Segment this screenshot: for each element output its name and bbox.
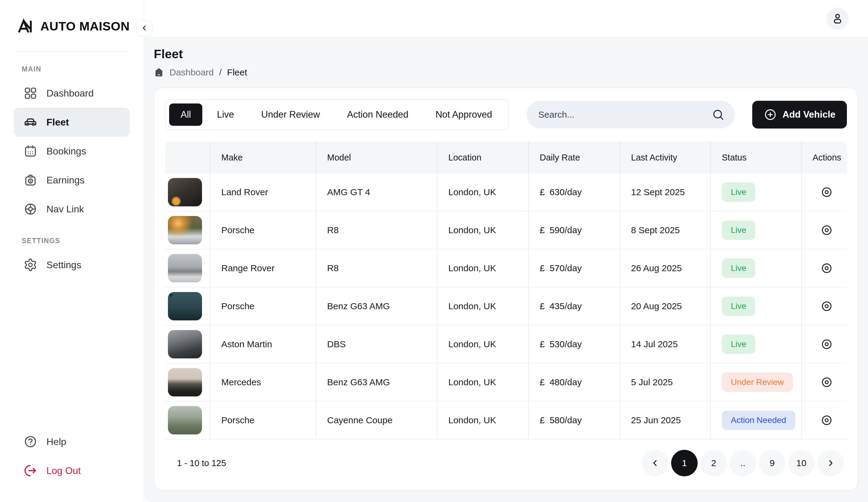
tab-action-needed[interactable]: Action Needed bbox=[334, 103, 421, 126]
sidebar-item-fleet[interactable]: Fleet bbox=[14, 108, 130, 137]
eye-icon bbox=[821, 338, 833, 350]
rate-value: 630/day bbox=[550, 187, 582, 197]
pagination-page-10[interactable]: 10 bbox=[788, 450, 815, 477]
breadcrumb-parent[interactable]: Dashboard bbox=[169, 67, 214, 78]
currency-symbol: £ bbox=[540, 415, 545, 426]
currency-symbol: £ bbox=[540, 187, 545, 197]
sidebar-item-help[interactable]: Help bbox=[14, 427, 130, 456]
table-row[interactable]: Land Rover AMG GT 4 London, UK £630/day … bbox=[165, 173, 847, 212]
sidebar: AUTO MAISON MAIN Dashboard bbox=[0, 0, 144, 502]
sidebar-collapse-button[interactable] bbox=[136, 20, 153, 36]
table-row[interactable]: Porsche Benz G63 AMG London, UK £435/day… bbox=[165, 287, 847, 326]
user-avatar-button[interactable] bbox=[826, 8, 849, 30]
cell-model: R8 bbox=[316, 212, 437, 249]
sidebar-item-label: Nav Link bbox=[46, 204, 84, 215]
main-area: Fleet Dashboard / Fleet All Live bbox=[144, 0, 868, 502]
sidebar-item-nav-link[interactable]: Nav Link bbox=[14, 195, 130, 224]
cell-make: Land Rover bbox=[210, 173, 316, 211]
column-header-actions: Actions bbox=[801, 142, 849, 173]
table-row[interactable]: Range Rover R8 London, UK £570/day 26 Au… bbox=[165, 249, 847, 287]
eye-icon bbox=[821, 262, 833, 274]
sidebar-item-label: Bookings bbox=[46, 146, 86, 157]
column-header-status: Status bbox=[710, 142, 801, 173]
chevron-right-icon bbox=[826, 459, 835, 468]
tab-live[interactable]: Live bbox=[204, 103, 247, 126]
view-vehicle-button[interactable] bbox=[820, 375, 834, 389]
brand-name: AUTO MAISON bbox=[40, 19, 130, 33]
cell-last-activity: 8 Sept 2025 bbox=[620, 212, 710, 249]
content-panel: Fleet Dashboard / Fleet All Live bbox=[144, 38, 868, 502]
currency-symbol: £ bbox=[540, 377, 545, 387]
view-vehicle-button[interactable] bbox=[820, 413, 834, 427]
search-bar bbox=[527, 101, 735, 129]
eye-icon bbox=[821, 224, 833, 236]
tab-all[interactable]: All bbox=[169, 103, 202, 126]
view-vehicle-button[interactable] bbox=[820, 261, 834, 275]
add-vehicle-label: Add Vehicle bbox=[782, 109, 835, 120]
car-icon bbox=[23, 115, 38, 129]
tab-not-approved[interactable]: Not Approved bbox=[423, 103, 505, 126]
add-vehicle-button[interactable]: Add Vehicle bbox=[752, 101, 847, 129]
sidebar-item-dashboard[interactable]: Dashboard bbox=[14, 79, 130, 108]
table-row[interactable]: Porsche Cayenne Coupe London, UK £580/da… bbox=[165, 401, 847, 440]
cell-model: AMG GT 4 bbox=[316, 173, 437, 211]
cell-daily-rate: £435/day bbox=[540, 301, 581, 311]
search-input[interactable] bbox=[538, 110, 712, 120]
table-header-row: Make Model Location Daily Rate Last Acti… bbox=[165, 142, 847, 173]
cell-location: London, UK bbox=[437, 326, 528, 363]
view-vehicle-button[interactable] bbox=[820, 185, 834, 199]
sidebar-item-logout[interactable]: Log Out bbox=[14, 456, 130, 485]
card-toolbar: All Live Under Review Action Needed Not … bbox=[165, 99, 847, 130]
status-badge: Action Needed bbox=[722, 411, 795, 430]
view-vehicle-button[interactable] bbox=[820, 299, 834, 313]
pagination-prev-button[interactable] bbox=[642, 450, 669, 477]
pagination-page-..[interactable]: .. bbox=[730, 450, 756, 477]
cell-last-activity: 25 Jun 2025 bbox=[620, 401, 710, 439]
tab-under-review[interactable]: Under Review bbox=[248, 103, 332, 126]
table-row[interactable]: Mercedes Benz G63 AMG London, UK £480/da… bbox=[165, 363, 847, 401]
view-vehicle-button[interactable] bbox=[820, 337, 834, 351]
search-icon bbox=[712, 108, 724, 121]
fleet-table: Make Model Location Daily Rate Last Acti… bbox=[165, 142, 847, 440]
rate-value: 580/day bbox=[550, 415, 582, 426]
gear-icon bbox=[23, 258, 38, 272]
cell-last-activity: 12 Sept 2025 bbox=[620, 173, 710, 211]
pagination-page-1[interactable]: 1 bbox=[671, 450, 698, 477]
rate-value: 590/day bbox=[550, 225, 582, 235]
pagination-page-9[interactable]: 9 bbox=[759, 450, 785, 477]
sidebar-item-settings[interactable]: Settings bbox=[14, 250, 130, 279]
eye-icon bbox=[821, 376, 833, 388]
sidebar-item-earnings[interactable]: $ Earnings bbox=[14, 166, 130, 195]
page-title: Fleet bbox=[154, 47, 858, 61]
cell-make: Porsche bbox=[210, 212, 316, 249]
vehicle-thumbnail bbox=[168, 406, 202, 434]
user-icon bbox=[831, 12, 844, 25]
table-row[interactable]: Porsche R8 London, UK £590/day 8 Sept 20… bbox=[165, 212, 847, 249]
cell-model: Benz G63 AMG bbox=[316, 363, 437, 401]
cell-last-activity: 26 Aug 2025 bbox=[620, 249, 710, 287]
cell-daily-rate: £570/day bbox=[540, 263, 581, 273]
status-badge: Live bbox=[722, 258, 755, 278]
pagination-next-button[interactable] bbox=[817, 450, 844, 477]
currency-symbol: £ bbox=[540, 263, 545, 273]
cell-model: DBS bbox=[316, 326, 437, 363]
chevron-left-icon bbox=[651, 459, 660, 468]
topbar bbox=[144, 0, 868, 38]
pagination-page-2[interactable]: 2 bbox=[700, 450, 727, 477]
currency-symbol: £ bbox=[540, 225, 545, 235]
vehicle-thumbnail bbox=[168, 292, 202, 320]
status-badge: Live bbox=[722, 335, 755, 354]
view-vehicle-button[interactable] bbox=[820, 223, 834, 237]
status-badge: Live bbox=[722, 221, 755, 240]
cell-daily-rate: £480/day bbox=[540, 377, 581, 387]
vehicle-thumbnail bbox=[168, 368, 202, 397]
cell-last-activity: 5 Jul 2025 bbox=[620, 363, 710, 401]
column-header-make: Make bbox=[210, 142, 316, 173]
vehicle-thumbnail bbox=[168, 178, 202, 206]
svg-text:$: $ bbox=[30, 180, 31, 183]
table-row[interactable]: Aston Martin DBS London, UK £530/day 14 … bbox=[165, 326, 847, 363]
fleet-card: All Live Under Review Action Needed Not … bbox=[154, 88, 858, 491]
rate-value: 530/day bbox=[550, 339, 582, 349]
sidebar-item-bookings[interactable]: Bookings bbox=[14, 137, 130, 166]
cell-daily-rate: £630/day bbox=[540, 187, 581, 197]
